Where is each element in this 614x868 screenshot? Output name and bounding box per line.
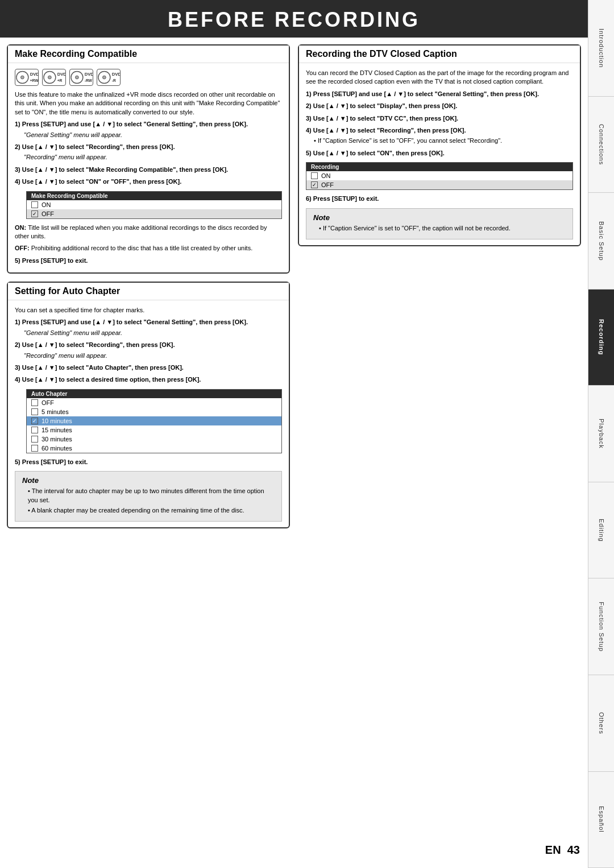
make-recording-step5: 5) Press [SETUP] to exit. (15, 257, 282, 265)
dtv-note-1: If "Caption Service" is set to "OFF", th… (319, 224, 566, 233)
svg-text:-R: -R (112, 78, 116, 82)
dtv-step4: 4) Use [▲ / ▼] to select "Recording", th… (306, 126, 573, 135)
dtv-caption-body: You can record the DTV Closed Caption as… (299, 63, 580, 245)
recording-table: Recording ON OFF (306, 162, 573, 190)
label-off: OFF (321, 181, 334, 188)
auto-chapter-note-2: A blank chapter may be created depending… (28, 506, 275, 515)
label-on: ON (42, 201, 51, 208)
auto-chapter-row-30: 30 minutes (27, 435, 281, 444)
on-label: ON: (15, 224, 28, 231)
auto-chapter-row-10: 10 minutes (27, 416, 281, 425)
svg-text:-RW: -RW (85, 78, 93, 82)
sidebar-item-editing[interactable]: Editing (588, 482, 614, 579)
svg-text:DVD: DVD (112, 72, 120, 77)
dtv-step5: 5) Use [▲ / ▼] to select "ON", then pres… (306, 149, 573, 158)
sidebar-item-recording[interactable]: Recording (588, 290, 614, 386)
auto-chapter-body: You can set a specified time for chapter… (8, 300, 289, 527)
auto-chapter-note-title: Note (22, 476, 275, 485)
off-label-block: OFF: Prohibiting additional record to th… (15, 244, 282, 253)
svg-text:DVD: DVD (57, 72, 65, 77)
main-content: BEFORE RECORDING Make Recording Compatib… (0, 0, 588, 868)
on-label-block: ON: Title list will be replaced when you… (15, 224, 282, 241)
auto-chapter-row-15: 15 minutes (27, 425, 281, 435)
svg-point-9 (76, 76, 79, 79)
make-recording-step3: 3) Use [▲ / ▼] to select "Make Recording… (15, 166, 282, 174)
sidebar-item-others[interactable]: Others (588, 675, 614, 772)
checkbox-off (31, 399, 38, 406)
auto-chapter-step1: 1) Press [SETUP] and use [▲ / ▼] to sele… (15, 318, 282, 326)
auto-chapter-step5: 5) Press [SETUP] to exit. (15, 458, 282, 466)
recording-row-on: ON (306, 171, 572, 180)
sidebar-item-connections[interactable]: Connections (588, 97, 614, 193)
dvd-icon-2: DVD +R (42, 69, 66, 86)
auto-chapter-row-60: 60 minutes (27, 444, 281, 453)
sidebar-item-introduction[interactable]: Introduction (588, 0, 614, 97)
checkbox-10min (31, 418, 38, 424)
sidebar-item-espanol[interactable]: Español (588, 772, 614, 869)
dtv-step4-note: • If "Caption Service" is set to "OFF", … (314, 137, 573, 145)
make-recording-table: Make Recording Compatible ON OFF (26, 191, 282, 219)
make-recording-table-header: Make Recording Compatible (27, 192, 281, 200)
checkbox-off (31, 210, 38, 217)
label-5min: 5 minutes (42, 408, 69, 415)
page-footer: EN 43 (545, 844, 580, 857)
make-recording-row-on: ON (27, 200, 281, 209)
checkbox-15min (31, 427, 38, 433)
make-recording-intro: Use this feature to make the unfinalized… (15, 90, 282, 117)
dvd-icon-1: DVD +RW (15, 69, 39, 86)
auto-chapter-title: Setting for Auto Chapter (8, 283, 289, 300)
sidebar-item-playback[interactable]: Playback (588, 386, 614, 482)
recording-table-header: Recording (306, 163, 572, 171)
en-label: EN (545, 844, 561, 856)
content-area: Make Recording Compatible DVD +RW (0, 38, 588, 543)
checkbox-5min (31, 408, 38, 415)
label-60min: 60 minutes (42, 445, 72, 452)
dtv-step2: 2) Use [▲ / ▼] to select "Display", then… (306, 102, 573, 110)
svg-point-1 (21, 76, 24, 79)
dtv-step6: 6) Press [SETUP] to exit. (306, 195, 573, 203)
dtv-caption-intro: You can record the DTV Closed Caption as… (306, 69, 573, 86)
dtv-caption-section: Recording the DTV Closed Caption You can… (298, 44, 581, 246)
recording-row-off: OFF (306, 180, 572, 189)
label-30min: 30 minutes (42, 436, 72, 443)
checkbox-off (311, 181, 318, 188)
checkbox-on (31, 201, 38, 208)
dtv-note-title: Note (313, 213, 566, 222)
auto-chapter-step2-note: "Recording" menu will appear. (24, 352, 282, 360)
dvd-icon-4: DVD -R (97, 69, 121, 86)
label-off: OFF (42, 210, 54, 217)
svg-text:DVD: DVD (85, 72, 93, 77)
section-body-make-recording: DVD +RW DVD +R (8, 63, 289, 272)
page-wrapper: BEFORE RECORDING Make Recording Compatib… (0, 0, 614, 868)
off-label: OFF: (15, 245, 31, 251)
label-10min: 10 minutes (42, 418, 72, 424)
dtv-step3: 3) Use [▲ / ▼] to select "DTV CC", then … (306, 114, 573, 123)
auto-chapter-step3: 3) Use [▲ / ▼] to select "Auto Chapter",… (15, 363, 282, 372)
auto-chapter-note-1: The interval for auto chapter may be up … (28, 487, 275, 505)
left-column: Make Recording Compatible DVD +RW (7, 44, 290, 536)
on-description: Title list will be replaced when you mak… (15, 224, 267, 239)
right-column: Recording the DTV Closed Caption You can… (298, 44, 581, 536)
auto-chapter-step4: 4) Use [▲ / ▼] to select a desired time … (15, 375, 282, 384)
auto-chapter-step1-note: "General Setting" menu will appear. (24, 329, 282, 337)
page-number: 43 (567, 844, 580, 856)
svg-text:+R: +R (57, 78, 63, 82)
sidebar-item-basic-setup[interactable]: Basic Setup (588, 193, 614, 290)
make-recording-step4: 4) Use [▲ / ▼] to select "ON" or "OFF", … (15, 177, 282, 186)
label-15min: 15 minutes (42, 427, 72, 433)
dvd-icon-3: DVD -RW (69, 69, 93, 86)
sidebar-item-function-setup[interactable]: Function Setup (588, 578, 614, 675)
dvd-icons-row: DVD +RW DVD +R (15, 69, 282, 86)
auto-chapter-step2: 2) Use [▲ / ▼] to select "Recording", th… (15, 341, 282, 349)
svg-point-5 (48, 76, 52, 79)
off-description: Prohibiting additional record to the dis… (31, 245, 253, 251)
auto-chapter-row-5: 5 minutes (27, 407, 281, 416)
make-recording-step2-note: "Recording" menu will appear. (24, 153, 282, 162)
make-recording-row-off: OFF (27, 209, 281, 218)
label-on: ON (321, 172, 331, 179)
sidebar: Introduction Connections Basic Setup Rec… (588, 0, 614, 868)
auto-chapter-table-header: Auto Chapter (27, 390, 281, 398)
auto-chapter-row-off: OFF (27, 398, 281, 407)
make-recording-step2: 2) Use [▲ / ▼] to select "Recording", th… (15, 143, 282, 151)
svg-text:DVD: DVD (30, 72, 38, 77)
